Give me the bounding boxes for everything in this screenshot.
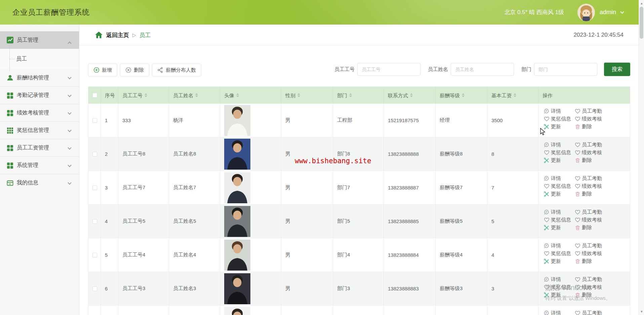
sidebar-item-5[interactable]: 员工工资管理	[0, 139, 79, 156]
reward-punishment-link[interactable]: 奖惩信息	[544, 149, 575, 155]
delete-link[interactable]: 删除	[575, 191, 622, 197]
home-icon[interactable]	[95, 31, 103, 39]
row-checkbox[interactable]	[92, 286, 97, 291]
attendance-link[interactable]: 员工考勤	[575, 142, 622, 148]
username[interactable]: admin	[600, 9, 616, 16]
reward-punishment-link[interactable]: 奖惩信息	[544, 250, 575, 256]
attendance-link[interactable]: 员工考勤	[575, 310, 622, 315]
delete-button-label: 删除	[134, 67, 144, 73]
delete-link[interactable]: 删除	[575, 258, 622, 264]
row-checkbox-cell	[88, 205, 101, 238]
sidebar-item-4[interactable]: 奖惩信息管理	[0, 121, 79, 139]
update-link[interactable]: 更新	[544, 124, 575, 130]
sort-caret-icon[interactable]	[410, 93, 413, 97]
add-button[interactable]: 新增	[88, 64, 117, 76]
attendance-link[interactable]: 员工考勤	[575, 108, 622, 114]
performance-link[interactable]: 绩效考核	[575, 116, 622, 122]
attendance-link[interactable]: 员工考勤	[575, 209, 622, 215]
detail-link[interactable]: 详情	[544, 175, 575, 181]
row-checkbox[interactable]	[92, 152, 97, 156]
update-link[interactable]: 更新	[544, 191, 575, 197]
chevron-icon	[68, 111, 71, 114]
delete-link[interactable]: 删除	[575, 224, 622, 231]
scrollbar[interactable]: ▲ ▼	[639, 0, 644, 315]
heart-icon	[575, 150, 580, 155]
sort-caret-icon[interactable]	[297, 93, 300, 97]
employee-table: 序号 员工工号 员工姓名 头像 性别 部门 联系方式 薪酬等级 基本工资 操作	[88, 86, 630, 315]
select-all-checkbox[interactable]	[92, 93, 97, 98]
sort-caret-icon[interactable]	[195, 93, 198, 97]
cell-department: 部门7	[333, 171, 384, 204]
update-link[interactable]: 更新	[544, 292, 575, 298]
update-link[interactable]: 更新	[544, 224, 575, 231]
update-link[interactable]: 更新	[544, 258, 575, 264]
scroll-up-icon[interactable]: ▲	[639, 1, 644, 6]
sort-caret-icon[interactable]	[236, 93, 239, 97]
attendance-link[interactable]: 员工考勤	[575, 243, 622, 249]
employee-no-input[interactable]	[357, 63, 420, 76]
cell-department: 部门5	[333, 205, 384, 238]
sort-caret-icon[interactable]	[462, 93, 465, 97]
update-link[interactable]: 更新	[544, 157, 575, 163]
app-header: 企业员工薪酬管理系统 北京 0.5° 晴 西南风 1级 admin	[0, 0, 639, 25]
cell-employee-name: 杨洋	[169, 104, 220, 137]
reward-punishment-link[interactable]: 奖惩信息	[544, 217, 575, 223]
heart-icon	[575, 217, 580, 223]
table-header-label: 序号	[105, 92, 115, 99]
sidebar-item-3[interactable]: 绩效考核管理	[0, 104, 79, 121]
reward-punishment-link[interactable]: 奖惩信息	[544, 116, 575, 122]
attendance-link[interactable]: 员工考勤	[575, 276, 622, 282]
sidebar-item-7[interactable]: 我的信息	[0, 174, 79, 191]
detail-link[interactable]: 详情	[544, 243, 575, 249]
delete-button[interactable]: 删除	[120, 64, 149, 76]
detail-link[interactable]: 详情	[544, 276, 575, 282]
sidebar-subitem-employee[interactable]: 员工	[0, 49, 79, 69]
sidebar-item-6[interactable]: 系统管理	[0, 156, 79, 174]
detail-icon	[544, 310, 550, 315]
sort-caret-icon[interactable]	[514, 93, 516, 97]
detail-link[interactable]: 详情	[544, 310, 575, 315]
attendance-link[interactable]: 员工考勤	[575, 175, 622, 181]
row-checkbox[interactable]	[92, 118, 97, 123]
chevron-down-icon[interactable]	[620, 10, 624, 13]
sidebar-item-0[interactable]: 员工管理	[0, 31, 79, 49]
performance-link[interactable]: 绩效考核	[575, 250, 622, 256]
performance-link[interactable]: 绩效考核	[575, 183, 622, 189]
scrollbar-thumb[interactable]	[640, 7, 643, 39]
delete-link[interactable]: 删除	[575, 292, 622, 298]
detail-link[interactable]: 详情	[544, 209, 575, 215]
sidebar-item-2[interactable]: 考勤记录管理	[0, 86, 79, 104]
sidebar-item-1[interactable]: 薪酬结构管理	[0, 69, 79, 86]
reward-punishment-link[interactable]: 奖惩信息	[544, 284, 575, 290]
breadcrumb: 返回主页 ▷ 员工	[95, 25, 151, 45]
row-checkbox[interactable]	[92, 253, 97, 257]
scroll-down-icon[interactable]: ▼	[639, 309, 644, 314]
sort-caret-icon[interactable]	[349, 93, 352, 97]
row-checkbox[interactable]	[92, 185, 97, 190]
employee-name-input[interactable]	[451, 63, 514, 76]
user-avatar[interactable]	[577, 4, 595, 21]
tree-line	[9, 59, 15, 59]
performance-link[interactable]: 绩效考核	[575, 217, 622, 223]
cell-employee-no: 员工工号5	[118, 205, 169, 238]
search-button[interactable]: 搜索	[604, 63, 630, 76]
cell-base-salary: 5	[487, 205, 538, 238]
reward-punishment-link[interactable]: 奖惩信息	[544, 183, 575, 189]
breadcrumb-home[interactable]: 返回主页	[106, 31, 129, 39]
delete-link[interactable]: 删除	[575, 157, 622, 163]
department-input[interactable]	[534, 63, 597, 76]
table-header-cell: 序号	[101, 87, 118, 104]
performance-link[interactable]: 绩效考核	[575, 284, 622, 290]
salary-distribution-button[interactable]: 薪酬分布人数	[152, 64, 201, 76]
performance-link[interactable]: 绩效考核	[575, 149, 622, 155]
detail-link[interactable]: 详情	[544, 142, 575, 148]
trash-icon	[575, 191, 580, 197]
row-checkbox[interactable]	[92, 219, 97, 224]
detail-link[interactable]: 详情	[544, 108, 575, 114]
sort-caret-icon[interactable]	[145, 93, 147, 97]
cell-employee-no: 员工工号7	[118, 171, 169, 204]
sidebar-item-label: 薪酬结构管理	[17, 74, 49, 81]
cell-base-salary	[487, 306, 538, 315]
sidebar-item-label: 绩效考核管理	[17, 109, 49, 116]
delete-link[interactable]: 删除	[575, 124, 622, 130]
